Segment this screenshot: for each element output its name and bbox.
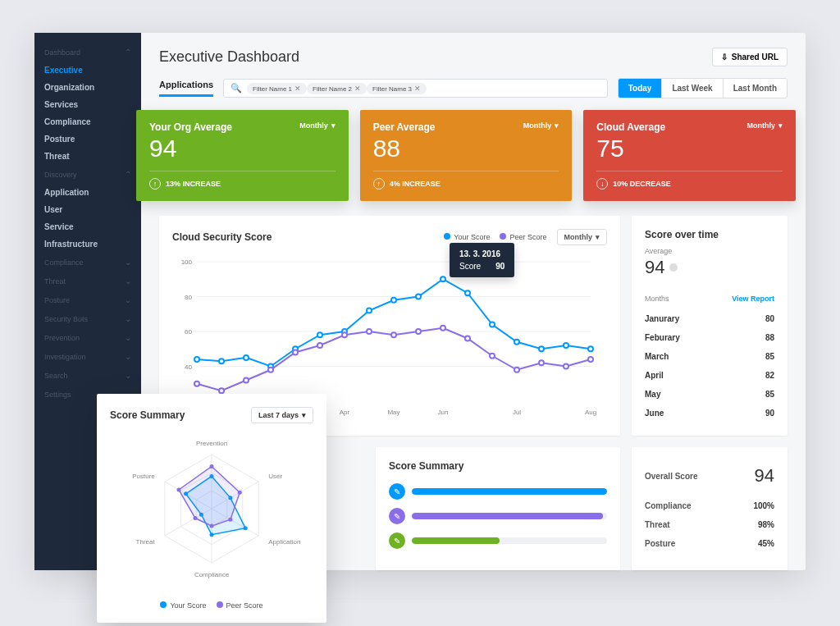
close-icon[interactable]: ✕ [354,85,361,93]
legend-peer-score: Peer Score [509,233,546,241]
chart-title: Cloud Security Score [172,231,272,243]
chevron-down-icon: ▾ [331,121,336,130]
svg-point-67 [228,518,232,522]
svg-text:80: 80 [185,294,192,301]
svg-point-20 [367,308,372,313]
svg-point-39 [416,329,421,334]
svg-point-40 [441,326,445,331]
sidebar-item-services[interactable]: Services [34,96,141,113]
sidebar-section-header[interactable]: Search⌄ [34,366,141,385]
svg-point-35 [317,343,322,348]
range-last-week[interactable]: Last Week [661,79,722,98]
svg-point-34 [293,350,298,355]
chevron-down-icon: ▾ [302,411,306,419]
svg-point-18 [317,332,322,337]
filter-search-box[interactable]: 🔍 Filter Name 1 ✕Filter Name 2 ✕Filter N… [223,79,608,98]
chevron-up-icon: ⌃ [125,48,131,57]
svg-point-37 [367,329,372,334]
kpi-period-dropdown[interactable]: Monthly ▾ [299,121,336,130]
sidebar-section-header[interactable]: Security Bots⌄ [34,309,141,328]
sidebar-item-compliance[interactable]: Compliance [34,113,141,130]
filter-chip[interactable]: Filter Name 3 ✕ [367,83,427,94]
svg-point-45 [564,364,568,369]
svg-point-43 [514,368,519,372]
svg-point-13 [194,357,199,362]
sidebar-item-infrastructure[interactable]: Infrastructure [34,235,141,253]
kpi-period-dropdown[interactable]: Monthly ▾ [523,121,559,130]
close-icon[interactable]: ✕ [414,85,421,93]
svg-point-42 [490,354,495,359]
svg-point-25 [490,322,495,327]
svg-text:100: 100 [181,258,193,266]
bars-title: Score Summary [389,460,607,472]
arrow-up-icon: ↑ [373,178,385,190]
score-bar: ✎ [389,483,607,500]
sidebar-section-header[interactable]: Compliance⌄ [34,253,141,272]
sidebar-section-header[interactable]: Posture⌄ [34,290,141,309]
filter-chip[interactable]: Filter Name 1 ✕ [247,83,307,94]
camera-icon: ✎ [389,508,405,524]
sidebar-section-header[interactable]: Dashboard⌃ [34,43,141,62]
sidebar-section-header[interactable]: Discovery⌃ [34,165,141,184]
shared-url-button[interactable]: ⇩ Shared URL [712,48,788,66]
arrow-up-icon: ↑ [149,178,161,190]
sidebar-section-header[interactable]: Threat⌄ [34,272,141,290]
svg-point-22 [416,295,421,299]
sidebar-item-executive[interactable]: Executive [34,62,141,79]
month-row: June90 [645,404,774,423]
kpi-card: Your Org Average 94 Monthly ▾ ↑ 13% INCR… [136,110,349,201]
score-bar: ✎ [389,532,607,549]
score-summary-radar-card: Score Summary Last 7 days ▾ PreventionUs… [97,394,326,603]
range-today[interactable]: Today [619,79,662,98]
kpi-row: Your Org Average 94 Monthly ▾ ↑ 13% INCR… [136,110,796,201]
sidebar-section-header[interactable]: Investigation⌄ [34,347,141,366]
download-icon: ⇩ [721,53,728,62]
svg-point-27 [539,346,544,351]
score-bar: ✎ [389,508,607,524]
chart-period-dropdown[interactable]: Monthly ▾ [557,229,608,245]
page-header: Executive Dashboard ⇩ Shared URL [159,48,788,66]
view-report-link[interactable]: View Report [732,295,774,303]
range-last-month[interactable]: Last Month [723,79,787,98]
sidebar-item-user[interactable]: User [34,201,141,218]
filter-chip[interactable]: Filter Name 2 ✕ [307,83,367,94]
svg-point-38 [391,332,396,337]
svg-text:Application: Application [268,538,300,546]
svg-text:Compliance: Compliance [194,571,230,578]
chart-tooltip: 13. 3. 2016 Score 90 [450,243,514,277]
overall-row: Posture45% [645,534,774,553]
svg-text:Prevention: Prevention [196,440,227,447]
score-over-time-card: Score over time Average 94 Months View R… [632,216,788,436]
sidebar-item-application[interactable]: Application [34,184,141,201]
sidebar-item-posture[interactable]: Posture [34,130,141,148]
svg-text:Jul: Jul [513,409,521,416]
overall-row: Compliance100% [645,496,774,515]
filters-row: Applications 🔍 Filter Name 1 ✕Filter Nam… [159,78,788,98]
svg-point-68 [210,524,214,528]
sidebar-item-organization[interactable]: Organization [34,79,141,96]
svg-point-65 [210,464,214,468]
radar-chart: PreventionUserApplicationComplianceThrea… [110,430,313,594]
kpi-period-dropdown[interactable]: Monthly ▾ [747,121,783,130]
svg-point-26 [514,340,519,345]
sidebar-section-header[interactable]: Prevention⌄ [34,328,141,347]
svg-point-31 [219,388,224,393]
radar-period-dropdown[interactable]: Last 7 days ▾ [251,407,313,423]
sidebar-item-threat[interactable]: Threat [34,148,141,165]
legend-dot-your [444,233,450,240]
close-icon[interactable]: ✕ [294,85,301,93]
overall-score-label: Overall Score [645,472,697,481]
arrow-down-icon: ↓ [596,178,608,190]
sidebar-item-service[interactable]: Service [34,218,141,235]
svg-point-46 [588,357,593,362]
overall-score-card: Overall Score 94 Compliance100%Threat98%… [632,447,788,570]
svg-text:Posture: Posture [132,473,155,480]
svg-point-32 [244,378,249,383]
tab-applications[interactable]: Applications [159,80,213,97]
chevron-down-icon: ⌄ [125,295,131,304]
tooltip-date: 13. 3. 2016 [459,249,504,258]
legend-your-score: Your Score [454,233,490,241]
svg-point-33 [268,368,273,372]
radar-legend-peer: Peer Score [226,601,263,603]
svg-text:40: 40 [185,363,192,371]
